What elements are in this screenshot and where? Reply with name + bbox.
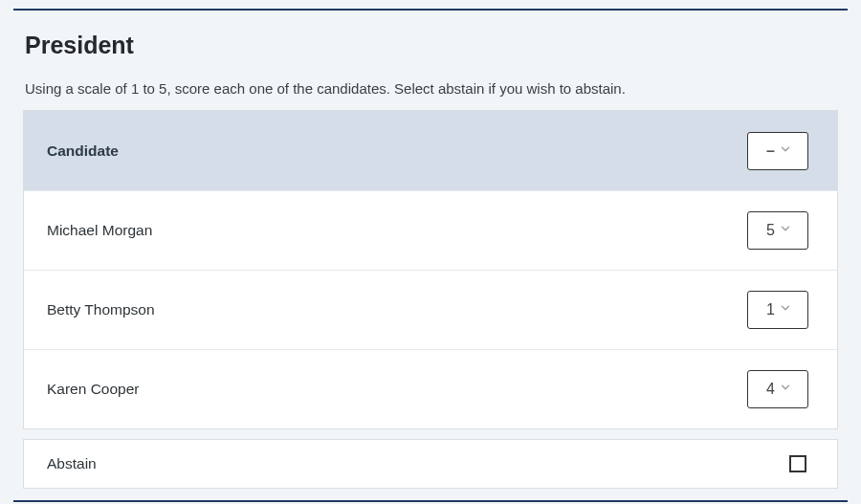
chevron-down-icon — [779, 222, 792, 239]
candidate-score-select[interactable]: 1 — [747, 291, 808, 329]
bulk-score-select[interactable]: – — [747, 132, 808, 170]
candidates-table: Candidate – Michael Morgan 5 — [23, 110, 838, 429]
chevron-down-icon — [779, 301, 792, 318]
abstain-row: Abstain — [23, 439, 838, 489]
page-title: President — [25, 32, 848, 59]
candidate-row: Karen Cooper 4 — [24, 349, 837, 428]
candidate-name: Betty Thompson — [47, 301, 155, 318]
candidate-score-value: 4 — [763, 381, 775, 398]
abstain-checkbox[interactable] — [789, 455, 806, 472]
candidate-name: Karen Cooper — [47, 381, 140, 398]
table-header-row: Candidate – — [24, 111, 837, 190]
bulk-score-value: – — [763, 142, 775, 160]
candidate-score-value: 1 — [763, 301, 775, 318]
candidate-row: Betty Thompson 1 — [24, 270, 837, 349]
chevron-down-icon — [779, 381, 792, 398]
candidate-score-select[interactable]: 5 — [747, 211, 808, 250]
chevron-down-icon — [779, 142, 792, 160]
instructions-text: Using a scale of 1 to 5, score each one … — [25, 80, 848, 97]
candidate-score-select[interactable]: 4 — [747, 370, 808, 408]
abstain-label: Abstain — [47, 455, 97, 472]
candidate-score-value: 5 — [763, 222, 775, 239]
voting-panel: President Using a scale of 1 to 5, score… — [13, 9, 848, 502]
table-header-label: Candidate — [47, 142, 119, 160]
candidate-name: Michael Morgan — [47, 222, 152, 239]
candidate-row: Michael Morgan 5 — [24, 190, 837, 270]
